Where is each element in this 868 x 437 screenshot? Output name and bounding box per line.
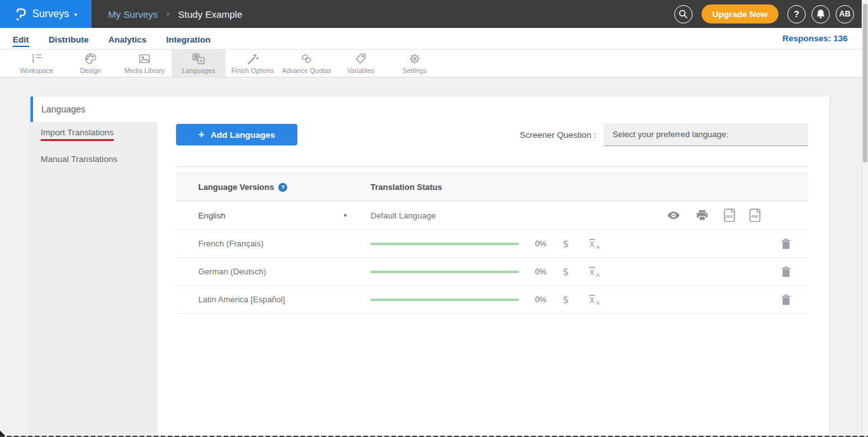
auto-translate-button[interactable]: X A (588, 266, 601, 278)
screener-question-select[interactable]: Select your preferred language: (604, 123, 808, 146)
window-scrollbar[interactable] (862, 0, 868, 437)
panel-content: + Add Languages Screener Question : Sele… (158, 122, 829, 437)
top-header: Surveys ▾ My Surveys › Study Example Upg… (0, 0, 868, 28)
brand-menu[interactable]: Surveys ▾ (0, 0, 92, 28)
brand-label: Surveys (32, 8, 69, 20)
panel-title: Languages (31, 97, 829, 122)
toolbar-items: Workspace Design Media Library (10, 50, 442, 77)
scrollbar-thumb[interactable] (863, 4, 867, 163)
add-languages-label: Add Languages (211, 130, 275, 140)
languages-panel: Languages Import Translations Manual Tra… (31, 97, 829, 437)
svg-text:A: A (595, 299, 600, 306)
svg-text:X: X (590, 296, 595, 305)
export-pdf-button[interactable]: PDF (749, 201, 761, 229)
questionpro-logo-icon (15, 6, 27, 22)
plus-icon: + (198, 129, 204, 140)
auto-translate-button[interactable]: X A (588, 293, 601, 306)
translate-icon: X A (588, 266, 601, 278)
tool-workspace[interactable]: Workspace (10, 50, 64, 77)
menu-import-translations[interactable]: Import Translations (31, 122, 158, 147)
translation-progress-bar (370, 243, 519, 245)
tab-analytics[interactable]: Analytics (109, 30, 147, 47)
corner-cursor-artifact (0, 431, 5, 436)
export-doc-button[interactable]: DOC (724, 201, 736, 229)
language-name: German (Deutsch) (198, 258, 266, 285)
column-language-versions: Language Versions ? (198, 173, 287, 201)
delete-language-button[interactable] (781, 266, 791, 278)
translation-percent: 0% (526, 286, 546, 313)
tool-label: Variables (347, 67, 374, 74)
translate-icon: A (191, 52, 206, 65)
tool-label: Languages (182, 67, 215, 74)
tool-media-library[interactable]: Media Library (118, 50, 172, 77)
avatar-initials: AB (839, 10, 850, 18)
table-header: Language Versions ? Translation Status (176, 173, 808, 201)
translation-percent: 0% (526, 230, 546, 257)
language-status: Default Language (370, 201, 436, 229)
breadcrumb-current: Study Example (178, 9, 242, 20)
translation-percent: 0% (526, 258, 546, 285)
column-label: Language Versions (198, 182, 274, 192)
tool-settings[interactable]: Settings (388, 50, 442, 77)
delete-language-button[interactable] (781, 294, 791, 306)
language-dropdown-caret[interactable]: ▾ (344, 201, 347, 229)
search-button[interactable] (674, 5, 693, 24)
svg-text:PDF: PDF (751, 215, 759, 218)
image-icon (138, 52, 151, 65)
avatar[interactable]: AB (836, 5, 854, 24)
tool-label: Workspace (20, 67, 53, 74)
tool-variables[interactable]: Variables (334, 50, 388, 77)
responses-count[interactable]: Responses: 136 (782, 28, 848, 49)
survey-nav-tabs: Edit Distribute Analytics Integration (13, 28, 210, 49)
tab-edit[interactable]: Edit (13, 30, 29, 47)
question-mark-icon: ? (794, 9, 799, 19)
edit-toolbar: Workspace Design Media Library (0, 50, 868, 77)
header-actions: Upgrade Now ? AB (674, 0, 854, 28)
tab-integration[interactable]: Integration (166, 30, 211, 47)
menu-item-label: Import Translations (41, 128, 114, 141)
paid-translation-button[interactable]: $ (562, 230, 569, 257)
table-row-default-language: English ▾ Default Language (176, 201, 808, 230)
trash-icon (781, 294, 791, 306)
print-language-button[interactable] (696, 201, 709, 229)
menu-item-label: Manual Translations (41, 154, 118, 164)
auto-translate-button[interactable]: X A (588, 238, 601, 250)
chevron-down-icon: ▾ (74, 11, 78, 18)
tool-label: Settings (403, 67, 427, 74)
help-badge-icon[interactable]: ? (278, 183, 287, 192)
tab-distribute[interactable]: Distribute (49, 30, 89, 47)
tool-label: Media Library (125, 67, 165, 74)
bell-icon (816, 9, 825, 19)
panel-side-menu: Import Translations Manual Translations (31, 122, 158, 437)
table-row-french: French (Français) 0% $ X A (176, 230, 808, 258)
breadcrumb-my-surveys[interactable]: My Surveys (108, 9, 158, 20)
paid-translation-button[interactable]: $ (562, 286, 569, 313)
palette-icon (84, 52, 97, 65)
language-name: English (198, 201, 226, 229)
svg-text:X: X (590, 240, 595, 249)
translation-progress-bar (370, 299, 519, 301)
delete-language-button[interactable] (781, 238, 791, 250)
upgrade-now-button[interactable]: Upgrade Now (702, 4, 778, 24)
svg-text:A: A (595, 243, 600, 250)
menu-manual-translations[interactable]: Manual Translations (31, 147, 158, 171)
tool-advance-quotas[interactable]: Advance Quotas (280, 50, 334, 77)
translation-progress-bar (370, 271, 519, 273)
add-languages-button[interactable]: + Add Languages (176, 124, 297, 145)
printer-icon (696, 210, 709, 221)
breadcrumb-separator-icon: › (166, 8, 170, 20)
notifications-button[interactable] (811, 5, 830, 24)
magic-wand-icon (246, 52, 259, 65)
doc-file-icon: DOC (724, 208, 736, 222)
help-button[interactable]: ? (787, 5, 806, 24)
tool-languages[interactable]: A Languages (172, 50, 226, 77)
tool-label: Design (80, 67, 101, 74)
chain-links-icon (300, 52, 313, 65)
tool-finish-options[interactable]: Finish Options (226, 50, 280, 77)
trash-icon (781, 266, 791, 278)
column-translation-status: Translation Status (370, 173, 442, 201)
paid-translation-button[interactable]: $ (562, 258, 569, 285)
view-language-button[interactable] (667, 201, 681, 229)
tool-design[interactable]: Design (64, 50, 118, 77)
workspace-icon (30, 52, 43, 65)
